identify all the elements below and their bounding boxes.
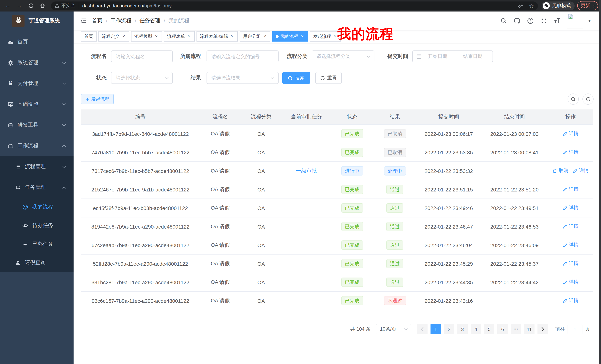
cell-category: OA xyxy=(241,162,281,180)
fullscreen-icon[interactable] xyxy=(540,17,548,25)
page-button-6[interactable]: 6 xyxy=(497,324,508,334)
sidebar-item-payment[interactable]: ¥ 支付管理 xyxy=(0,73,74,94)
refresh-icon xyxy=(320,76,325,80)
detail-link[interactable]: 详情 xyxy=(562,279,579,286)
breadcrumb: 首页 / 工作流程 / 任务管理 / 我的流程 xyxy=(92,18,189,24)
search-icon[interactable] xyxy=(500,17,507,25)
sidebar-item-my-process[interactable]: 我的流程 xyxy=(0,198,74,216)
font-size-icon[interactable] xyxy=(553,17,561,25)
breadcrumb-task-mgmt[interactable]: 任务管理 xyxy=(140,18,160,24)
detail-link[interactable]: 详情 xyxy=(562,130,579,137)
update-label: 更新 xyxy=(581,3,590,9)
detail-link[interactable]: 详情 xyxy=(562,260,579,267)
sidebar-item-home[interactable]: 首页 xyxy=(0,31,74,52)
help-icon[interactable] xyxy=(527,17,534,25)
breadcrumb-home[interactable]: 首页 xyxy=(92,18,102,24)
site-security[interactable]: 不安全 xyxy=(55,3,75,9)
close-icon[interactable]: × xyxy=(187,32,191,41)
sidebar-item-devtools[interactable]: 研发工具 xyxy=(0,115,74,135)
detail-link[interactable]: 详情 xyxy=(562,186,579,193)
close-icon[interactable]: × xyxy=(263,32,267,41)
hamburger-icon[interactable] xyxy=(74,11,92,30)
close-icon[interactable]: × xyxy=(230,32,234,41)
process-name-input[interactable] xyxy=(111,50,173,62)
cell-submit-time: 2022-01-22 23:51:15 xyxy=(417,180,481,199)
tab-process-form-edit[interactable]: 流程表单-编辑× xyxy=(197,31,238,42)
close-icon[interactable]: × xyxy=(333,32,337,41)
tab-start-process[interactable]: 发起流程× xyxy=(310,31,341,42)
sidebar-item-system[interactable]: 系统管理 xyxy=(0,52,74,73)
sidebar-item-leave-query[interactable]: 请假查询 xyxy=(0,253,74,272)
submit-time-range-picker[interactable]: 开始日期 - 结束日期 xyxy=(412,50,493,62)
detail-link[interactable]: 详情 xyxy=(562,205,579,211)
detail-link[interactable]: 详情 xyxy=(562,223,579,230)
browser-update-button[interactable]: 更新 xyxy=(577,1,598,10)
reload-icon[interactable] xyxy=(28,2,34,9)
cancel-link[interactable]: 取消 xyxy=(552,168,568,174)
start-process-button[interactable]: 发起流程 xyxy=(81,94,114,104)
page-button-2[interactable]: 2 xyxy=(444,324,454,334)
process-definition-input[interactable] xyxy=(207,50,279,62)
reset-button[interactable]: 重置 xyxy=(315,72,342,84)
key-icon[interactable] xyxy=(518,3,523,8)
more-pages-button[interactable]: ••• xyxy=(511,324,521,334)
process-category-select[interactable]: 请选择流程分类 xyxy=(312,50,374,62)
detail-link[interactable]: 详情 xyxy=(562,297,579,304)
sidebar-item-process-mgmt[interactable]: 流程管理 xyxy=(0,156,74,177)
star-icon[interactable]: ☆ xyxy=(529,3,534,9)
detail-link[interactable]: 详情 xyxy=(562,149,579,156)
edit-icon xyxy=(562,150,567,155)
page-button-3[interactable]: 3 xyxy=(457,324,468,334)
sidebar-item-infra[interactable]: 基础设施 xyxy=(0,94,74,115)
tab-home[interactable]: 首页 xyxy=(81,31,97,42)
broken-image-icon xyxy=(568,14,573,19)
tab-user-group[interactable]: 用户分组× xyxy=(240,31,270,42)
person-icon xyxy=(15,260,21,266)
result-select[interactable]: 请选择流结果 xyxy=(207,72,279,84)
show-search-button[interactable] xyxy=(568,94,579,105)
status-select[interactable]: 请选择状态 xyxy=(111,72,173,84)
chevron-down-icon xyxy=(165,77,169,79)
home-icon[interactable] xyxy=(39,2,46,9)
breadcrumb-workflow[interactable]: 工作流程 xyxy=(111,18,131,24)
url-text[interactable]: dashboard.yudao.iocoder.cn/bpm/task/my xyxy=(82,3,172,9)
browser-menu-icon[interactable] xyxy=(593,4,594,8)
page-size-select[interactable]: 10条/页 xyxy=(376,324,411,334)
cell-submit-time: 2022-01-22 23:53:32 xyxy=(417,162,481,180)
tab-process-model[interactable]: 流程模型× xyxy=(131,31,162,42)
next-page-button[interactable] xyxy=(538,324,548,334)
address-bar[interactable]: 不安全 dashboard.yudao.iocoder.cn/bpm/task/… xyxy=(51,1,538,10)
goto-page-input[interactable] xyxy=(568,324,582,334)
close-icon[interactable]: × xyxy=(154,32,159,41)
detail-link[interactable]: 详情 xyxy=(573,168,589,174)
avatar[interactable] xyxy=(567,13,583,29)
status-badge: 已完成 xyxy=(341,222,363,231)
cell-name: OA 请假 xyxy=(200,254,241,273)
sidebar-item-workflow[interactable]: 工作流程 xyxy=(0,135,74,156)
search-button[interactable]: 搜索 xyxy=(282,72,310,84)
sidebar-item-label: 首页 xyxy=(18,38,28,45)
page-button-4[interactable]: 4 xyxy=(471,324,481,334)
forward-icon[interactable]: → xyxy=(16,2,23,9)
navbar-right: ▼ xyxy=(500,13,601,29)
refresh-table-button[interactable] xyxy=(582,94,594,105)
app-logo-row[interactable]: 芋道管理系统 xyxy=(0,11,74,30)
chevron-down-icon[interactable]: ▼ xyxy=(588,19,591,23)
prev-page-button[interactable] xyxy=(417,324,428,334)
sidebar-item-todo-task[interactable]: 待办任务 xyxy=(0,216,74,235)
task-link[interactable]: 一级审批 xyxy=(296,168,317,173)
page-button-1[interactable]: 1 xyxy=(431,324,441,334)
close-icon[interactable]: × xyxy=(300,32,305,41)
tab-my-process[interactable]: 我的流程× xyxy=(272,31,308,42)
github-icon[interactable] xyxy=(513,17,521,25)
tab-process-definition[interactable]: 流程定义× xyxy=(99,31,129,42)
close-icon[interactable]: × xyxy=(121,32,126,41)
sidebar-item-done-task[interactable]: 已办任务 xyxy=(0,235,74,253)
sidebar-item-task-mgmt[interactable]: 任务管理 xyxy=(0,177,74,198)
detail-link[interactable]: 详情 xyxy=(562,242,579,249)
back-icon[interactable]: ← xyxy=(4,2,11,9)
tab-process-form[interactable]: 流程表单× xyxy=(164,31,195,42)
cell-task xyxy=(281,143,331,162)
page-button-last[interactable]: 11 xyxy=(524,324,534,334)
page-button-5[interactable]: 5 xyxy=(484,324,494,334)
